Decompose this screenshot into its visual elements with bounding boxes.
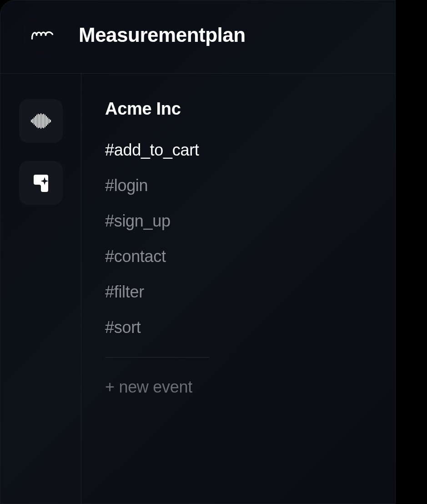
event-list: #add_to_cart #login #sign_up #contact #f… [105,141,372,397]
content-panel: Acme Inc #add_to_cart #login #sign_up #c… [81,74,395,504]
event-item-add-to-cart[interactable]: #add_to_cart [105,141,372,160]
header: Measurementplan [0,0,395,74]
list-divider [105,357,210,358]
new-event-button[interactable]: + new event [105,378,372,397]
event-item-login[interactable]: #login [105,176,372,195]
body-area: Acme Inc #add_to_cart #login #sign_up #c… [0,74,395,504]
workspace-title: Acme Inc [105,99,372,119]
sparkle-shield-icon [31,173,51,193]
app-logo[interactable] [22,15,62,55]
rail-button-sound[interactable] [19,99,63,143]
event-item-filter[interactable]: #filter [105,282,372,302]
app-title: Measurementplan [79,24,246,46]
event-item-sort[interactable]: #sort [105,318,372,337]
rail-button-sparkle[interactable] [19,161,63,205]
app-frame: Measurementplan [0,0,396,504]
event-item-contact[interactable]: #contact [105,247,372,266]
swirl-icon [31,28,54,42]
nav-rail [0,74,81,504]
event-item-sign-up[interactable]: #sign_up [105,212,372,231]
sound-wave-icon [30,113,52,129]
